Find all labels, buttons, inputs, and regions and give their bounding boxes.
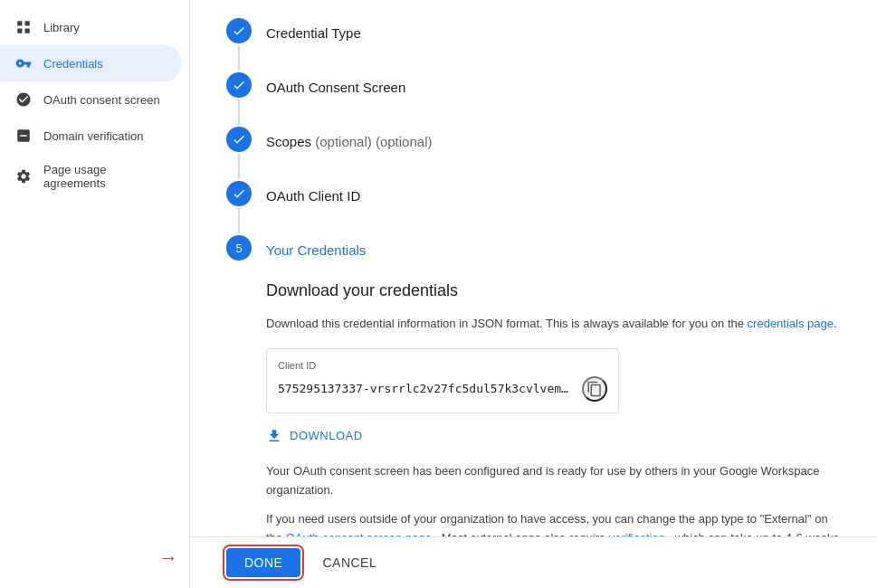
sidebar: Library Credentials OAuth consent screen…	[0, 0, 190, 588]
step-4-icon-col	[226, 181, 252, 235]
step-1-circle	[226, 18, 252, 43]
copy-client-id-button[interactable]	[582, 376, 607, 402]
sidebar-item-label: Domain verification	[43, 129, 144, 143]
step-1-content: Credential Type	[266, 18, 841, 46]
credentials-page-link[interactable]: credentials page	[748, 317, 834, 330]
footer: DONE CANCEL	[190, 536, 877, 588]
step-3-optional: (optional)	[315, 134, 372, 149]
step-3-content: Scopes (optional) (optional)	[266, 127, 841, 155]
key-icon	[14, 54, 33, 72]
sidebar-item-library[interactable]: Library	[0, 9, 182, 45]
step-2-icon-col	[226, 72, 252, 127]
download-button[interactable]: DOWNLOAD	[266, 428, 363, 444]
step-1: Credential Type	[226, 18, 841, 72]
step-1-icon-col	[226, 18, 252, 72]
step-5-content: Your Credentials Download your credentia…	[266, 235, 841, 588]
sidebar-item-label: Page usage agreements	[43, 163, 167, 190]
person-circle-icon	[14, 90, 33, 109]
step-3-connector	[238, 154, 240, 179]
sidebar-item-label: OAuth consent screen	[43, 93, 160, 107]
step-2-connector	[238, 100, 240, 125]
step-5-title: Your Credentials	[266, 238, 841, 263]
grid-icon	[14, 18, 33, 36]
step5-heading: Download your credentials	[266, 281, 841, 300]
client-id-box: Client ID 575295137337-vrsrrlc2v27fc5dul…	[266, 348, 619, 413]
sidebar-item-credentials[interactable]: Credentials	[0, 45, 182, 81]
sidebar-item-oauth-consent[interactable]: OAuth consent screen	[0, 81, 182, 118]
step-2-title: OAuth Consent Screen	[266, 75, 841, 100]
step5-desc2: Your OAuth consent screen has been confi…	[266, 462, 841, 500]
step-4-connector	[238, 208, 240, 233]
step-2-circle	[226, 72, 252, 98]
step-3-circle	[226, 127, 252, 152]
client-id-label: Client ID	[278, 360, 607, 371]
step-5-number: 5	[235, 242, 242, 255]
step-4-title: OAuth Client ID	[266, 184, 841, 209]
steps-container: Credential Type OAuth Consent Screen	[190, 0, 877, 588]
step5-description: Download this credential information in …	[266, 315, 841, 334]
step-5: 5 Your Credentials Download your credent…	[226, 235, 841, 588]
step-3: Scopes (optional) (optional)	[226, 127, 841, 181]
step-2-content: OAuth Consent Screen	[266, 72, 841, 100]
sidebar-item-domain-verification[interactable]: Domain verification	[0, 118, 182, 154]
step-4-circle	[226, 181, 252, 206]
cancel-button[interactable]: CANCEL	[315, 548, 384, 577]
checkbox-icon	[14, 127, 33, 145]
sidebar-item-page-usage[interactable]: Page usage agreements	[0, 154, 182, 199]
step-3-optional-text: (optional)	[376, 134, 433, 149]
step-3-icon-col	[226, 127, 252, 181]
settings-icon	[14, 167, 33, 185]
step-3-title: Scopes (optional) (optional)	[266, 129, 841, 155]
step-2: OAuth Consent Screen	[226, 72, 841, 127]
step-5-circle: 5	[226, 235, 252, 261]
client-id-value: 575295137337-vrsrrlc2v27fc5dul57k3cvlvem…	[278, 382, 575, 395]
step-1-connector	[238, 45, 240, 71]
sidebar-item-label: Credentials	[43, 57, 103, 71]
step-1-title: Credential Type	[266, 21, 841, 46]
step-4-content: OAuth Client ID	[266, 181, 841, 209]
main-content: Credential Type OAuth Consent Screen	[190, 0, 877, 588]
client-id-row: 575295137337-vrsrrlc2v27fc5dul57k3cvlvem…	[278, 376, 607, 402]
sidebar-item-label: Library	[43, 21, 80, 34]
step-4: OAuth Client ID	[226, 181, 841, 235]
download-label: DOWNLOAD	[290, 429, 363, 442]
done-button[interactable]: DONE	[226, 548, 300, 577]
step-5-icon-col: 5	[226, 235, 252, 261]
